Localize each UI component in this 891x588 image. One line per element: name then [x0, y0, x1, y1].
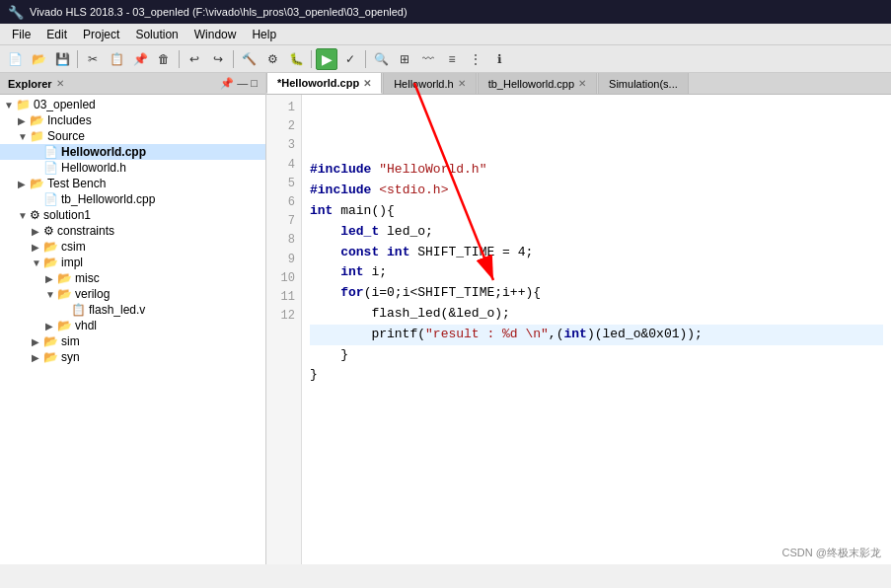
- code-line-10[interactable]: }: [310, 345, 883, 366]
- toolbar-settings[interactable]: ⚙: [261, 48, 283, 70]
- code-line-7[interactable]: for(i=0;i<SHIFT_TIME;i++){: [310, 283, 883, 304]
- menu-item-window[interactable]: Window: [186, 26, 245, 43]
- tree-arrow-icon[interactable]: ▼: [45, 289, 57, 300]
- menu-item-edit[interactable]: Edit: [38, 26, 75, 43]
- code-line-1[interactable]: #include "HelloWorld.h": [310, 160, 883, 181]
- tree-item-10[interactable]: ▶📂csim: [0, 239, 265, 255]
- tab-close-icon[interactable]: ✕: [363, 78, 371, 89]
- tree-arrow-icon[interactable]: ▶: [18, 115, 30, 126]
- tree-item-1[interactable]: ▼📁03_openled: [0, 97, 265, 112]
- tree-item-13[interactable]: ▼📂verilog: [0, 286, 265, 302]
- toolbar-sep4: [311, 50, 312, 68]
- tree-item-7[interactable]: 📄tb_Helloworld.cpp: [0, 191, 265, 207]
- tree-arrow-icon[interactable]: ▶: [45, 273, 57, 284]
- tree-node-label: syn: [61, 350, 80, 364]
- code-line-5[interactable]: const int SHIFT_TIME = 4;: [310, 243, 883, 263]
- toolbar-sep1: [77, 50, 78, 68]
- tree-arrow-icon[interactable]: ▼: [32, 257, 43, 268]
- toolbar-cut[interactable]: ✂: [82, 48, 104, 70]
- tree-item-14[interactable]: 📋flash_led.v: [0, 302, 265, 318]
- toolbar-save[interactable]: 💾: [51, 48, 73, 70]
- tab-tb_cpp[interactable]: *Helloworld.cpp✕: [266, 73, 382, 94]
- tree-arrow-icon[interactable]: ▶: [32, 226, 43, 237]
- code-line-6[interactable]: int i;: [310, 262, 883, 283]
- tree-item-6[interactable]: ▶📂Test Bench: [0, 176, 265, 191]
- tree-node-icon: 📂: [57, 319, 72, 332]
- tree-arrow-icon[interactable]: ▼: [4, 100, 16, 110]
- menu-item-solution[interactable]: Solution: [127, 26, 186, 43]
- toolbar-open[interactable]: 📂: [28, 48, 49, 70]
- toolbar-info[interactable]: ℹ: [488, 48, 510, 70]
- toolbar-more1[interactable]: ≡: [441, 48, 463, 70]
- tree-item-16[interactable]: ▶📂sim: [0, 333, 265, 349]
- toolbar-new[interactable]: 📄: [4, 48, 26, 70]
- tree-node-label: misc: [75, 271, 100, 285]
- toolbar-wave[interactable]: 〰: [417, 48, 439, 70]
- tree-item-15[interactable]: ▶📂vhdl: [0, 318, 265, 333]
- tree-arrow-icon[interactable]: ▶: [18, 179, 30, 189]
- explorer-minimize-icon[interactable]: —: [237, 77, 248, 90]
- code-line-8[interactable]: flash_led(&led_o);: [310, 304, 883, 325]
- toolbar-copy[interactable]: 📋: [106, 48, 127, 70]
- menu-item-help[interactable]: Help: [244, 26, 284, 43]
- code-line-3[interactable]: int main(){: [310, 201, 883, 222]
- line-number-8: 8: [272, 231, 295, 250]
- toolbar-sep3: [233, 50, 234, 68]
- line-number-10: 10: [272, 269, 295, 288]
- tree-arrow-icon[interactable]: ▼: [18, 210, 30, 221]
- tree-item-17[interactable]: ▶📂syn: [0, 349, 265, 365]
- tree-item-4[interactable]: 📄Helloworld.cpp: [0, 144, 265, 160]
- tree-arrow-icon[interactable]: ▶: [45, 321, 57, 331]
- toolbar-redo[interactable]: ↪: [207, 48, 229, 70]
- code-line-2[interactable]: #include <stdio.h>: [310, 181, 883, 201]
- explorer-pin-icon[interactable]: 📌: [220, 77, 234, 90]
- tree-arrow-icon[interactable]: ▶: [32, 336, 43, 347]
- tree-item-8[interactable]: ▼⚙solution1: [0, 207, 265, 223]
- toolbar-sep2: [179, 50, 180, 68]
- tree-item-5[interactable]: 📄Helloworld.h: [0, 160, 265, 176]
- tree-item-2[interactable]: ▶📂Includes: [0, 112, 265, 128]
- explorer-close-icon[interactable]: ✕: [56, 78, 64, 89]
- toolbar-delete[interactable]: 🗑: [153, 48, 175, 70]
- tab-h_file[interactable]: Helloworld.h✕: [383, 73, 477, 94]
- toolbar-debug[interactable]: 🐛: [285, 48, 307, 70]
- toolbar-check[interactable]: ✓: [339, 48, 361, 70]
- tree-item-9[interactable]: ▶⚙constraints: [0, 223, 265, 239]
- tree-node-icon: 📂: [30, 113, 44, 127]
- title-icon: 🔧: [8, 5, 24, 20]
- tree-arrow-icon[interactable]: ▶: [32, 352, 43, 363]
- explorer-maximize-icon[interactable]: □: [251, 77, 258, 90]
- toolbar-run[interactable]: ▶: [316, 48, 337, 70]
- tree-item-3[interactable]: ▼📁Source: [0, 128, 265, 144]
- toolbar-grid[interactable]: ⊞: [394, 48, 415, 70]
- toolbar-more2[interactable]: ⋮: [465, 48, 486, 70]
- tree-node-icon: 📂: [43, 350, 58, 364]
- tree-node-icon: 📁: [30, 129, 44, 143]
- tree-arrow-icon[interactable]: ▶: [32, 242, 43, 253]
- toolbar-undo[interactable]: ↩: [184, 48, 205, 70]
- tab-close-icon[interactable]: ✕: [578, 78, 586, 89]
- tab-close-icon[interactable]: ✕: [458, 78, 466, 89]
- tree-node-icon: 📄: [43, 161, 58, 175]
- tree-arrow-icon[interactable]: ▼: [18, 131, 30, 142]
- tree-item-12[interactable]: ▶📂misc: [0, 270, 265, 286]
- toolbar-build[interactable]: 🔨: [238, 48, 260, 70]
- code-editor[interactable]: 123456789101112 #include "HelloWorld.h"#…: [266, 95, 891, 564]
- code-lines[interactable]: #include "HelloWorld.h"#include <stdio.h…: [302, 95, 891, 564]
- line-number-7: 7: [272, 212, 295, 231]
- tree-node-icon: 📄: [43, 192, 58, 206]
- code-line-9[interactable]: printf("result : %d \n",(int)(led_o&0x01…: [310, 325, 883, 345]
- tree-node-label: verilog: [75, 287, 110, 301]
- line-number-1: 1: [272, 99, 295, 117]
- tab-sim[interactable]: Simulation(s...: [598, 73, 689, 94]
- menu-item-file[interactable]: File: [4, 26, 38, 43]
- tab-tb_file[interactable]: tb_Helloworld.cpp✕: [478, 73, 597, 94]
- tree-node-icon: 📂: [30, 177, 44, 190]
- tree-item-11[interactable]: ▼📂impl: [0, 255, 265, 270]
- toolbar-paste[interactable]: 📌: [129, 48, 151, 70]
- code-line-11[interactable]: }: [310, 365, 883, 386]
- tree-node-icon: 📂: [57, 287, 72, 301]
- toolbar-zoom[interactable]: 🔍: [370, 48, 392, 70]
- code-line-4[interactable]: led_t led_o;: [310, 222, 883, 243]
- menu-item-project[interactable]: Project: [75, 26, 127, 43]
